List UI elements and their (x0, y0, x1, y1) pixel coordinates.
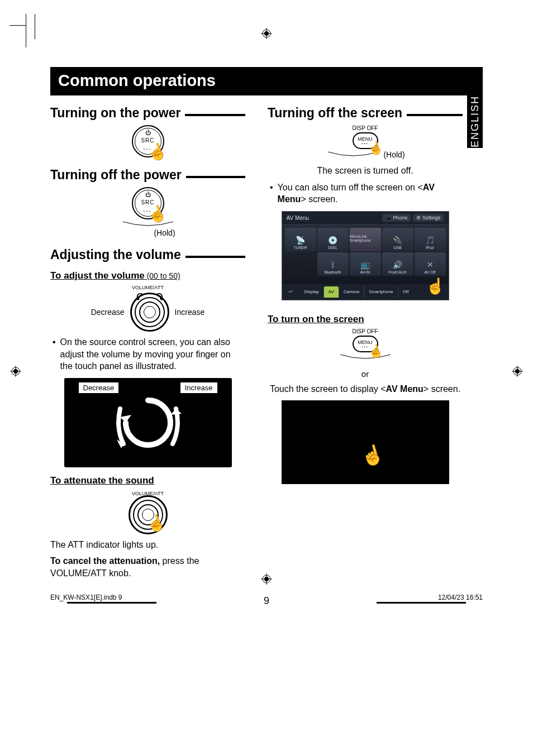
volume-att-label: VOLUME/ATT (50, 285, 245, 290)
volume-knob-illustration: Decrease ↶ ↶ Increase (50, 293, 245, 332)
or-label: or (268, 369, 463, 379)
av-menu-title: AV Menu (287, 215, 309, 221)
swipe-line-icon (120, 221, 176, 228)
hold-label: (Hold) (154, 228, 176, 237)
src-button-illustration: ⏻ SRC ••• ☝ (132, 187, 164, 219)
section-heading-power-on: Turning on the power (50, 106, 245, 121)
sub-heading-adjust-volume: To adjust the volume (00 to 50) (50, 270, 245, 281)
disp-off-label: DISP OFF (268, 125, 463, 131)
sub-heading-screen-on: To turn on the screen (268, 314, 463, 325)
ipod-tile: 🎵iPod (415, 228, 446, 251)
bluetooth-tile: ᛒBluetooth (317, 252, 349, 276)
registration-mark-icon (261, 28, 272, 39)
circular-arrow-icon (109, 389, 187, 456)
disp-off-label: DISP OFF (268, 328, 463, 334)
att-knob-illustration: ☝ (129, 495, 168, 534)
blank-screen-illustration: ☝ (282, 400, 449, 484)
section-heading-volume: Adjusting the volume (50, 247, 245, 262)
av-menu-screenshot: AV Menu 📱 Phone ⚙ Settings 📡TUNER 💿DISC … (282, 211, 449, 300)
hand-pointer-icon: ☝ (426, 277, 445, 295)
increase-label: Increase (175, 308, 205, 317)
back-icon: ↩ (282, 289, 300, 294)
disc-tile: 💿DISC (317, 228, 349, 251)
avoff-tile: ✕AV Off (415, 252, 446, 276)
decrease-box: Decrease (79, 382, 119, 393)
frontaux-tile: 🔊Front AUX (382, 252, 413, 276)
section-heading-screen-off: Turning off the screen (268, 106, 463, 121)
hold-label: (Hold) (383, 150, 404, 159)
hand-pointer-icon: ☝ (358, 442, 387, 470)
language-tab: ENGLISH (467, 95, 483, 148)
body-bullet: • On the source control screen, you can … (50, 336, 245, 372)
page-title: Common operations (50, 67, 483, 95)
registration-mark-icon (10, 366, 21, 377)
camera-tab: Camera (339, 286, 364, 298)
footer: EN_KW-NSX1[E].indb 9 12/04/23 16:51 (50, 594, 483, 601)
crop-mark (26, 14, 42, 47)
usb-tile: 🔌USB (382, 228, 413, 251)
tuner-tile: 📡TUNER (285, 228, 316, 251)
smartphone-tab: Smartphone (364, 286, 398, 298)
menu-button-illustration: MENU ••• ☝ (353, 336, 378, 352)
touch-screen-text: Touch the screen to display <AV Menu> sc… (268, 383, 463, 395)
src-button-illustration: ⏻ SRC ••• ☝ (132, 125, 164, 157)
decrease-label: Decrease (91, 308, 125, 317)
increase-box: Increase (180, 382, 217, 393)
footer-timestamp: 12/04/23 16:51 (438, 594, 483, 601)
menu-button-illustration: MENU ••• ☝ (353, 132, 378, 149)
touch-panel-illustration: Decrease Increase (64, 378, 232, 467)
registration-mark-icon (261, 573, 272, 585)
att-indicator-text: The ATT indicator lights up. (50, 539, 245, 551)
section-heading-power-off: Turning off the power (50, 168, 245, 183)
display-label: Display (300, 289, 323, 294)
screen-off-text: The screen is turned off. (268, 165, 463, 177)
av-tab: AV (323, 286, 339, 298)
mirrorlink-tile: MirrorLink Smartphone (350, 228, 381, 251)
registration-mark-icon (512, 366, 523, 377)
swipe-line-icon (337, 353, 393, 361)
sub-heading-attenuate: To attenuate the sound (50, 475, 245, 486)
avin-tile: 📺AV-IN (350, 252, 381, 276)
footer-file: EN_KW-NSX1[E].indb 9 (50, 594, 122, 601)
body-bullet: • You can also turn off the screen on <A… (268, 181, 463, 205)
cancel-attenuation-text: To cancel the attenuation, press the VOL… (50, 555, 245, 579)
crop-mark (35, 14, 35, 39)
phone-button: 📱 Phone (382, 214, 411, 222)
settings-button: ⚙ Settings (413, 214, 444, 222)
off-tab: Off (398, 286, 413, 298)
